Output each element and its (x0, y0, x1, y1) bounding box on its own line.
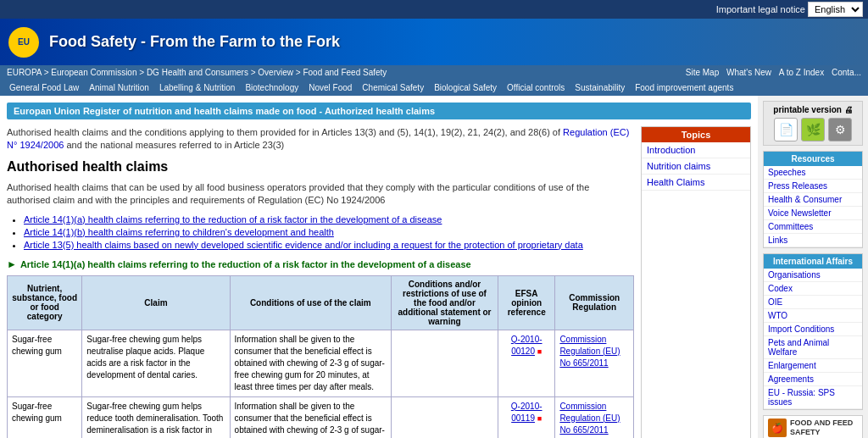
printable-version-box: printable version 🖨 📄 🌿 ⚙ (763, 101, 863, 146)
topic-nutrition-claims[interactable]: Nutrition claims (642, 158, 750, 175)
nav-biotechnology[interactable]: Biotechnology (241, 81, 303, 94)
legal-notice-text: Important legal notice (716, 4, 805, 14)
cell-conditions: Information shall be given to the consum… (230, 330, 391, 396)
whatsnew-link[interactable]: What's New (726, 68, 771, 77)
intro-text-after: and the national measures referred to in… (66, 140, 284, 150)
topics-header: Topics (642, 127, 750, 142)
nav-general-food-law[interactable]: General Food Law (5, 81, 83, 94)
article-links-list: Article 14(1)(a) health claims referring… (7, 214, 634, 250)
intl-import-conditions[interactable]: Import Conditions (764, 323, 862, 336)
topic-health-link[interactable]: Health Claims (647, 177, 704, 187)
cell-nutrient: Sugar-free chewing gum (8, 330, 82, 396)
intro-text: Authorised health claims and the conditi… (7, 126, 634, 152)
main-layout: Europan Union Register of nutrition and … (0, 96, 868, 438)
col-restrictions: Conditions and/or restrictions of use of… (391, 275, 498, 330)
top-bar: Important legal notice English (0, 0, 868, 19)
cell-claim: Sugar-free chewing gum helps neutralise … (82, 330, 230, 396)
link-food-feed-safety[interactable]: 🍎 FOOD AND FEED SAFETY (763, 415, 863, 438)
intl-oie[interactable]: OIE (764, 296, 862, 309)
food-feed-label: FOOD AND FEED SAFETY (790, 419, 858, 437)
table-row: Sugar-free chewing gum Sugar-free chewin… (8, 396, 634, 438)
nav-biological-safety[interactable]: Biological Safety (430, 81, 501, 94)
main-content: Authorised health claims and the conditi… (7, 126, 634, 438)
cell-claim: Sugar-free chewing gum helps reduce toot… (82, 396, 230, 438)
cell-regulation[interactable]: Commission Regulation (EU) No 665/2011 (555, 396, 634, 438)
col-regulation: Commission Regulation (555, 275, 634, 330)
food-feed-icon: 🍎 (768, 419, 787, 437)
intl-organisations[interactable]: Organisations (764, 269, 862, 282)
topic-nutrition-link[interactable]: Nutrition claims (647, 161, 710, 171)
nav-food-improvement[interactable]: Food improvement agents (631, 81, 737, 94)
resource-committees[interactable]: Committees (764, 220, 862, 234)
body-text: Authorised health claims that can be use… (7, 181, 634, 208)
article-13-5-link[interactable]: Article 13(5) health claims based on new… (24, 240, 583, 250)
resources-header: Resources (764, 152, 862, 166)
print-icon-gray[interactable]: ⚙ (828, 118, 852, 141)
nav-official-controls[interactable]: Official controls (503, 81, 569, 94)
topic-intro-link[interactable]: Introduction (647, 145, 695, 155)
site-header: EU Food Safety - From the Farm to the Fo… (0, 19, 868, 65)
list-item-2: Article 14(1)(b) health claims referring… (24, 227, 634, 237)
topic-introduction[interactable]: Introduction (642, 142, 750, 158)
intl-pets-animal-welfare[interactable]: Pets and Animal Welfare (764, 336, 862, 359)
table-row: Sugar-free chewing gum Sugar-free chewin… (8, 330, 634, 396)
intl-codex[interactable]: Codex (764, 282, 862, 296)
print-icon-green[interactable]: 🌿 (801, 118, 825, 141)
cell-regulation[interactable]: Commission Regulation (EU) No 665/2011 (555, 330, 634, 396)
article-14-1a-link[interactable]: Article 14(1)(a) health claims referring… (24, 214, 442, 225)
cell-efsa[interactable]: Q-2010-00120 ■ (498, 330, 555, 396)
eu-logo: EU (8, 27, 39, 58)
nav-chemical-safety[interactable]: Chemical Safety (358, 81, 428, 94)
nav-novel-food[interactable]: Novel Food (304, 81, 356, 94)
site-title: Food Safety - From the Farm to the Fork (49, 33, 340, 51)
page-title-bar: Europan Union Register of nutrition and … (7, 103, 751, 119)
col-conditions: Conditions of use of the claim (230, 275, 391, 330)
cell-nutrient: Sugar-free chewing gum (8, 396, 82, 438)
col-efsa: EFSA opinion reference (498, 275, 555, 330)
resource-speeches[interactable]: Speeches (764, 166, 862, 180)
list-item-1: Article 14(1)(a) health claims referring… (24, 214, 634, 225)
topic-health-claims[interactable]: Health Claims (642, 175, 750, 191)
right-sidebar: printable version 🖨 📄 🌿 ⚙ Resources Spee… (758, 96, 868, 438)
sitemap-link[interactable]: Site Map (686, 68, 719, 77)
col-nutrient: Nutrient, substance, food or food catego… (8, 275, 82, 330)
resource-voice-newsletter[interactable]: Voice Newsletter (764, 207, 862, 220)
col-claim: Claim (82, 275, 230, 330)
cell-efsa[interactable]: Q-2010-00119 ■ (498, 396, 555, 438)
printable-label: printable version 🖨 (767, 105, 859, 114)
article-14-1b-link[interactable]: Article 14(1)(b) health claims referring… (24, 227, 334, 237)
print-icon-pdf[interactable]: 📄 (774, 118, 798, 141)
topics-box: Topics Introduction Nutrition claims Hea… (641, 126, 751, 438)
cell-conditions: Information shall be given to the consum… (230, 396, 391, 438)
intl-agreements[interactable]: Agreements (764, 373, 862, 386)
cell-restrictions (391, 396, 498, 438)
intl-eu-russia[interactable]: EU - Russia: SPS issues (764, 386, 862, 409)
resource-health-consumer[interactable]: Health & Consumer (764, 193, 862, 207)
resources-section: Resources Speeches Press Releases Health… (763, 151, 863, 248)
health-claims-table: Nutrient, substance, food or food catego… (7, 275, 634, 438)
nav-animal-nutrition[interactable]: Animal Nutrition (85, 81, 153, 94)
print-icons-row: 📄 🌿 ⚙ (767, 118, 859, 141)
international-header: International Affairs (764, 254, 862, 269)
intl-wto[interactable]: WTO (764, 309, 862, 323)
cell-restrictions (391, 330, 498, 396)
nav-labelling-nutrition[interactable]: Labelling & Nutrition (155, 81, 240, 94)
resource-links[interactable]: Links (764, 234, 862, 247)
subsection-heading: ► Article 14(1)(a) health claims referri… (7, 258, 634, 270)
breadcrumb-bar: EUROPA > European Commission > DG Health… (0, 65, 868, 80)
printer-icon: 🖨 (844, 105, 853, 114)
intro-text-before: Authorised health claims and the conditi… (7, 127, 560, 137)
atozindex-link[interactable]: A to Z Index (779, 68, 824, 77)
logo-text: EU (18, 37, 30, 47)
subsection-link[interactable]: Article 14(1)(a) health claims referring… (20, 259, 471, 269)
intro-with-topics: Authorised health claims and the conditi… (7, 126, 751, 438)
list-item-3: Article 13(5) health claims based on new… (24, 240, 634, 250)
resource-press-releases[interactable]: Press Releases (764, 180, 862, 193)
nav-sustainability[interactable]: Sustainability (570, 81, 629, 94)
bottom-icon-links: 🍎 FOOD AND FEED SAFETY 🐄 ANIMAL HEALTH A… (763, 415, 863, 438)
intl-enlargement[interactable]: Enlargement (764, 359, 862, 373)
main-navigation: General Food Law Animal Nutrition Labell… (0, 80, 868, 96)
breadcrumb-links: Site Map What's New A to Z Index Conta..… (686, 68, 861, 77)
language-selector[interactable]: English (808, 2, 863, 17)
contact-link[interactable]: Conta... (832, 68, 861, 77)
